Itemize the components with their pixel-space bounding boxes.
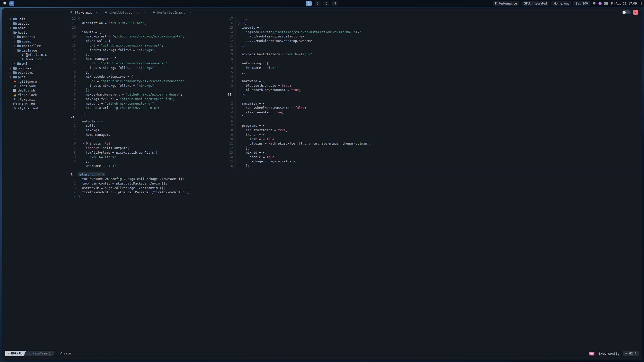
close-tab-icon[interactable]: × [143, 11, 145, 14]
workspace-4[interactable]: 4 [332, 1, 338, 6]
tree-item-wsl[interactable]: wsl [7, 62, 67, 66]
code-line[interactable]: 4 [228, 74, 639, 79]
tree-item-sops-yaml[interactable]: ⚙.sops.yaml [7, 84, 67, 88]
close-tab-icon[interactable]: × [95, 11, 97, 14]
code-line[interactable]: 8 ssh.startAgent = true; [228, 128, 639, 132]
code-line[interactable]: 5} [68, 195, 639, 199]
code-line[interactable]: 4 nixpkgs-f2k.url = "github:moni-dz/nixp… [68, 97, 235, 101]
tree-item-readme-md[interactable]: README.md [7, 102, 67, 106]
code-line[interactable]: 16 url = "github:nix-community/nixos-wsl… [68, 43, 235, 48]
tree-item-home-nix[interactable]: ❄home.nix [7, 57, 67, 62]
code-line[interactable]: 10 enable = true; [228, 137, 639, 141]
workspace-1[interactable]: 1 [306, 1, 312, 6]
code-line[interactable]: 4 firefox-mod-blur = pkgs.callPackage ./… [68, 190, 639, 195]
tree-item-overlays[interactable]: overlays [7, 70, 67, 75]
tab-pkgs-default[interactable]: ❄pkgs/default ...× [105, 11, 145, 14]
code-line[interactable]: 3 nixpkgs, [68, 128, 235, 132]
tree-item-canopus[interactable]: canopus [7, 35, 67, 39]
code-line[interactable]: 7 inherit (self) outputs; [68, 146, 235, 150]
code-line[interactable]: 17 nixos-wsl = { [68, 39, 235, 43]
tree-item-common[interactable]: common [7, 39, 67, 44]
tree-item-pkgs[interactable]: pkgs [7, 75, 67, 79]
code-line[interactable]: 14 "${modulesPath}/installer/cd-dvd/inst… [228, 30, 639, 34]
tree-item-deploy-sh[interactable]: deploy.sh [7, 88, 67, 93]
tab-hosts-isoimag[interactable]: ❄hosts/isoImag..× [153, 11, 191, 14]
code-line[interactable]: 10 ]; [68, 159, 235, 164]
code-line[interactable]: 15 imports = [ [228, 25, 639, 30]
split-separator-horizontal[interactable] [66, 170, 642, 170]
code-line[interactable]: 2 self, [68, 123, 235, 128]
code-line[interactable]: 7 programs = { [228, 123, 639, 128]
code-line[interactable]: 2 tux-nvim-config = pkgs.callPackage ./n… [68, 181, 639, 186]
code-line[interactable]: 2 bluetooth.enable = true; [228, 83, 639, 88]
chevron-right-icon[interactable] [9, 22, 13, 25]
code-line[interactable]: 1 outputs = { [68, 119, 235, 123]
chevron-down-icon[interactable] [9, 31, 13, 34]
code-line[interactable]: 8 forAllSystems = nixpkgs.lib.genAttrs [ [68, 150, 235, 155]
code-line[interactable]: 3 hardware = { [228, 79, 639, 83]
code-line[interactable]: 12 }; [228, 146, 639, 150]
code-line[interactable]: 18 nixpkgs.url = "github:nixos/nixpkgs/n… [68, 34, 235, 39]
tree-item-modules[interactable]: modules [7, 66, 67, 70]
chevron-right-icon[interactable] [9, 67, 13, 69]
color-picker-icon[interactable] [598, 2, 602, 5]
tree-item-flake-lock[interactable]: flake.lock [7, 93, 67, 97]
code-line[interactable]: 11 username = "tux"; [68, 164, 235, 168]
close-tab-icon[interactable]: × [189, 11, 191, 14]
code-line[interactable]: 5 nixos-hardware.url = "github:nixos/nix… [68, 92, 235, 97]
code-line[interactable]: 15 inputs.nixpkgs.follows = "nixpkgs"; [68, 48, 235, 52]
code-line[interactable]: 8 [228, 57, 639, 61]
code-line[interactable]: 10 [228, 48, 639, 52]
code-line[interactable]: 3 sudo.wheelNeedsPassword = false; [228, 106, 639, 110]
app-launcher-icon[interactable] [3, 2, 6, 6]
code-line[interactable]: 10 }; [68, 70, 235, 74]
code-line[interactable]: 9 "x86_64-linux" [68, 155, 235, 159]
code-line[interactable]: 3 astronvim = pkgs.callPackage ./astronv… [68, 186, 639, 190]
code-line[interactable]: 5 }; [228, 70, 639, 74]
code-line[interactable]: 17 ... [228, 16, 639, 21]
close-window-button[interactable]: × [633, 10, 638, 15]
code-line[interactable]: 6 [228, 119, 639, 123]
chevron-right-icon[interactable] [9, 71, 13, 74]
pin-toggle[interactable] [622, 10, 631, 14]
code-line[interactable]: 12 ../../modules/nixos/desktop/awesome [228, 39, 639, 43]
code-line[interactable]: 14 enable = true; [228, 155, 639, 159]
code-line[interactable]: 7 inputs.nixpkgs.follows = "nixpkgs"; [68, 83, 235, 88]
code-line[interactable]: 3 nur.url = "github:nix-community/nur"; [68, 101, 235, 106]
code-line[interactable]: 8 url = "github:nix-community/nix-vscode… [68, 79, 235, 83]
code-line[interactable]: 16 }; [228, 164, 639, 168]
chevron-right-icon[interactable] [13, 40, 17, 42]
workspace-3[interactable]: 3 [324, 1, 329, 6]
tab-flake-nix[interactable]: ❄flake.nix× [70, 11, 97, 14]
code-line[interactable]: 5 ... [68, 137, 235, 141]
tree-item-stylua-toml[interactable]: ⚙stylua.toml [7, 106, 67, 111]
tree-item-controller[interactable]: controller [7, 44, 67, 48]
code-line[interactable]: 1 [228, 97, 639, 101]
code-line[interactable]: 1 bluetooth.powerOnBoot = true; [228, 88, 639, 92]
chevron-right-icon[interactable] [9, 18, 13, 20]
chevron-right-icon[interactable] [9, 76, 13, 78]
code-line[interactable]: 23 [68, 115, 235, 119]
tree-item-home[interactable]: home [7, 26, 67, 30]
code-line[interactable]: 21 }; [228, 92, 639, 97]
code-line[interactable]: 13 nix-ld = { [228, 150, 639, 155]
code-line[interactable]: 6 } @ inputs: let [68, 141, 235, 146]
chevron-down-icon[interactable] [13, 49, 17, 52]
chevron-right-icon[interactable] [13, 63, 17, 65]
code-line[interactable]: 20 [68, 25, 235, 30]
code-line[interactable]: 6 hostName = "iso"; [228, 65, 639, 70]
screenshot-icon[interactable] [604, 2, 608, 5]
code-line[interactable]: 11 ]; [228, 43, 639, 48]
workspace-2[interactable]: 2 [315, 1, 320, 6]
code-line[interactable]: 9 nix-vscode-extensions = { [68, 74, 235, 79]
chevron-right-icon[interactable] [13, 36, 17, 38]
tree-item-isoimage[interactable]: isoImage [7, 48, 67, 53]
code-line[interactable]: 1{pkgs, ...}: { [68, 172, 639, 177]
code-line[interactable]: 22{ [68, 16, 235, 21]
code-line[interactable]: 11 inputs.nixpkgs.follows = "nixpkgs"; [68, 65, 235, 70]
tree-item-default-nix[interactable]: ❄default.nix [7, 53, 67, 57]
wifi-icon[interactable] [592, 2, 596, 5]
code-line[interactable]: 1 }; [68, 110, 235, 115]
tree-item-git[interactable]: .git [7, 17, 67, 21]
code-line[interactable]: 1 tux-awesome-wm-config = pkgs.callPacka… [68, 177, 639, 181]
